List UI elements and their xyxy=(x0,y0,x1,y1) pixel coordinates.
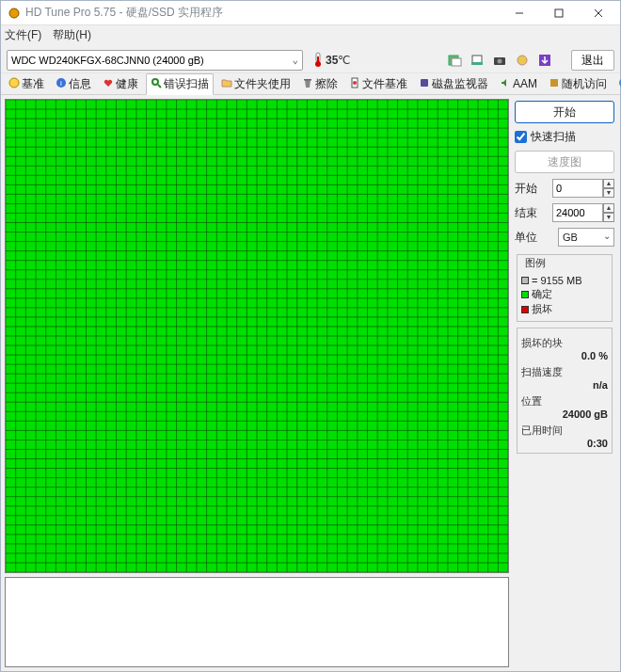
temperature-value: 35 xyxy=(326,54,338,67)
camera-icon[interactable] xyxy=(490,51,509,70)
menu-file[interactable]: 文件(F) xyxy=(5,27,41,43)
save-icon[interactable] xyxy=(535,51,554,70)
svg-rect-9 xyxy=(452,58,461,66)
app-icon xyxy=(7,6,22,21)
log-box[interactable] xyxy=(5,577,509,667)
random-icon xyxy=(549,77,560,91)
tab-random[interactable]: 随机访问 xyxy=(545,74,611,94)
tab-monitor[interactable]: 磁盘监视器 xyxy=(415,74,492,94)
stat-elapsed: 已用时间 0:30 xyxy=(521,424,608,449)
temperature-unit: ℃ xyxy=(338,54,350,67)
folder-icon xyxy=(221,77,232,91)
quickscan-input[interactable] xyxy=(515,131,527,143)
side-panel: 开始 快速扫描 速度图 开始 ▲▼ 结束 ▲▼ 单 xyxy=(513,99,616,667)
start-field[interactable]: ▲▼ xyxy=(552,179,614,198)
svg-point-13 xyxy=(498,59,502,64)
svg-rect-25 xyxy=(550,79,558,87)
minimize-button[interactable] xyxy=(500,1,539,25)
file-icon xyxy=(349,77,360,91)
info-icon: i xyxy=(56,77,67,91)
tab-filebench[interactable]: 文件基准 xyxy=(345,74,411,94)
start-row: 开始 ▲▼ xyxy=(515,179,614,198)
svg-rect-7 xyxy=(317,56,319,64)
stat-scan-speed: 扫描速度 n/a xyxy=(521,365,608,391)
svg-rect-10 xyxy=(472,56,482,63)
quickscan-checkbox[interactable]: 快速扫描 xyxy=(515,129,614,145)
svg-line-20 xyxy=(158,85,161,88)
drive-select[interactable]: WDC WD240KFGX-68CJNN0 (24000 gB) xyxy=(7,50,303,71)
monitor-icon xyxy=(419,77,430,91)
speaker-icon xyxy=(500,77,511,91)
scan-grid-svg xyxy=(6,100,508,572)
unit-label: 单位 xyxy=(515,230,537,246)
tab-aam[interactable]: AAM xyxy=(496,75,541,93)
end-label: 结束 xyxy=(515,205,537,221)
content-area: 开始 快速扫描 速度图 开始 ▲▼ 结束 ▲▼ 单 xyxy=(1,95,620,671)
svg-point-0 xyxy=(9,8,19,18)
thermometer-icon xyxy=(312,51,324,71)
magnifier-icon xyxy=(151,77,162,91)
scan-grid xyxy=(5,99,509,573)
legend-group: 图例 = 9155 MB 确定 损坏 xyxy=(517,254,613,322)
end-row: 结束 ▲▼ xyxy=(515,203,614,222)
benchmark-icon xyxy=(8,77,20,91)
title-bar: HD Tune Pro 5.75 - 硬盘/SSD 实用程序 xyxy=(1,1,620,25)
svg-point-14 xyxy=(518,56,527,65)
svg-rect-11 xyxy=(471,62,483,65)
legend-damaged: 损坏 xyxy=(521,302,608,316)
tab-extra[interactable]: 额外测试 xyxy=(614,74,621,94)
copy-info-icon[interactable] xyxy=(445,51,464,70)
svg-point-16 xyxy=(9,78,19,88)
drive-select-text: WDC WD240KFGX-68CJNN0 (24000 gB) xyxy=(11,55,204,66)
start-input[interactable] xyxy=(552,179,603,198)
tab-bar: 基准 i信息 健康 错误扫描 文件夹使用 擦除 文件基准 磁盘监视器 AAM 随… xyxy=(1,72,620,95)
legend-blocksize: = 9155 MB xyxy=(521,275,608,286)
tab-erase[interactable]: 擦除 xyxy=(298,74,342,94)
menu-bar: 文件(F) 帮助(H) xyxy=(1,25,620,44)
stats-group: 损坏的块 0.0 % 扫描速度 n/a 位置 24000 gB 已用时间 0:3… xyxy=(517,328,613,454)
stat-position: 位置 24000 gB xyxy=(521,394,608,420)
legend-title: 图例 xyxy=(523,256,548,270)
tab-folder[interactable]: 文件夹使用 xyxy=(217,74,295,94)
end-field[interactable]: ▲▼ xyxy=(552,203,614,222)
screenshot-icon[interactable] xyxy=(468,51,486,70)
tab-health[interactable]: 健康 xyxy=(99,74,142,94)
options-icon[interactable] xyxy=(513,51,532,70)
svg-rect-21 xyxy=(304,79,311,81)
tab-benchmark[interactable]: 基准 xyxy=(5,74,48,94)
menu-help[interactable]: 帮助(H) xyxy=(53,27,91,43)
stat-damaged-blocks: 损坏的块 0.0 % xyxy=(521,336,608,361)
tab-errorscan[interactable]: 错误扫描 xyxy=(146,73,214,95)
unit-select[interactable]: GB xyxy=(558,228,614,247)
svg-rect-2 xyxy=(555,9,563,17)
trash-icon xyxy=(302,77,313,91)
unit-row: 单位 GB xyxy=(515,228,614,247)
temperature-display: 35℃ xyxy=(312,51,350,71)
app-window: HD Tune Pro 5.75 - 硬盘/SSD 实用程序 文件(F) 帮助(… xyxy=(0,0,621,672)
close-button[interactable] xyxy=(579,1,618,25)
start-spinner[interactable]: ▲▼ xyxy=(603,179,614,198)
health-icon xyxy=(103,77,114,91)
svg-point-19 xyxy=(152,79,158,85)
end-spinner[interactable]: ▲▼ xyxy=(603,203,614,222)
main-toolbar: WDC WD240KFGX-68CJNN0 (24000 gB) 35℃ 退出 xyxy=(1,44,620,72)
maximize-button[interactable] xyxy=(539,1,579,25)
speedmap-button[interactable]: 速度图 xyxy=(515,151,614,173)
left-pane xyxy=(5,99,509,667)
tab-info[interactable]: i信息 xyxy=(52,74,95,94)
svg-rect-24 xyxy=(421,79,428,87)
start-label: 开始 xyxy=(515,181,537,197)
exit-button[interactable]: 退出 xyxy=(571,50,614,71)
svg-point-23 xyxy=(353,81,357,85)
start-button[interactable]: 开始 xyxy=(515,101,614,123)
window-title: HD Tune Pro 5.75 - 硬盘/SSD 实用程序 xyxy=(25,5,223,21)
end-input[interactable] xyxy=(552,203,603,222)
svg-text:i: i xyxy=(60,79,62,88)
legend-ok: 确定 xyxy=(521,287,608,301)
